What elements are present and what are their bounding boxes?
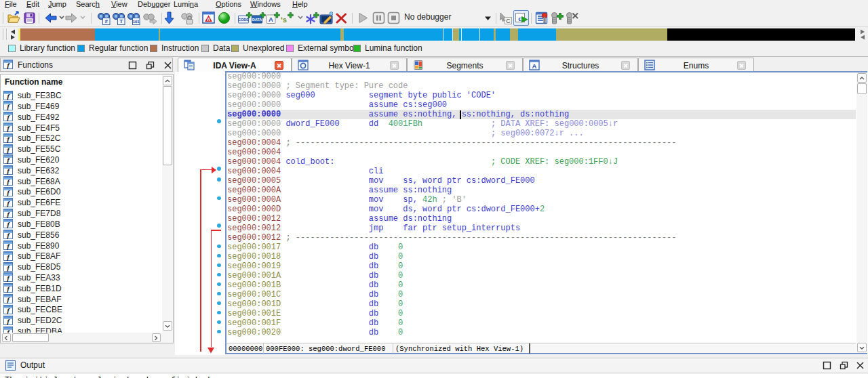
svg-text:101: 101 [133,20,140,24]
svg-text:CODE: CODE [238,18,249,22]
svg-text:T: T [119,18,123,24]
svg-text:‘s: ‘s [281,16,287,24]
svg-text:A: A [269,16,273,23]
svg-text:DATA: DATA [252,18,262,22]
svg-text:C: C [506,18,511,24]
svg-text:#: # [104,18,108,24]
svg-text:c: c [518,14,521,22]
svg-text:A: A [207,17,210,22]
